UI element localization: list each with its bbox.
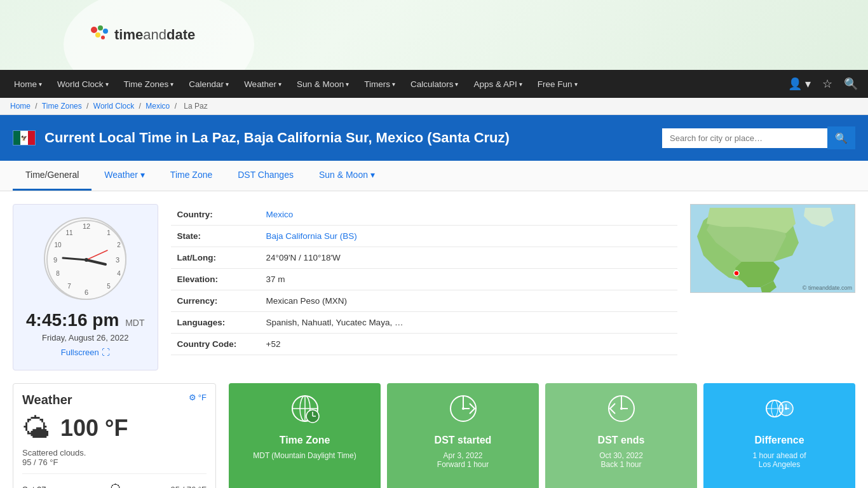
weather-title: Weather: [22, 393, 72, 407]
table-row: Currency: Mexican Peso (MXN): [171, 290, 677, 312]
logo-icon: [89, 25, 109, 46]
card-dst-ends[interactable]: DST ends Oct 30, 2022Back 1 hour: [545, 383, 697, 488]
main-nav: Home ▾ World Clock ▾ Time Zones ▾ Calend…: [0, 70, 868, 98]
svg-point-3: [95, 32, 100, 37]
card-dst-started[interactable]: DST started Apr 3, 2022Forward 1 hour: [387, 383, 539, 488]
svg-point-1: [98, 25, 103, 30]
card-dst-ends-title: DST ends: [598, 435, 645, 446]
search-button[interactable]: 🔍: [827, 126, 855, 149]
breadcrumb-home[interactable]: Home: [10, 102, 31, 111]
logo[interactable]: timeanddate: [89, 25, 195, 46]
logo-text: timeanddate: [114, 27, 195, 43]
weather-forecast: Sat 27. 🌤 95 / 76 °F Sun 28. 🌤 93 / 74 °…: [22, 473, 207, 488]
tab-sun-moon[interactable]: Sun & Moon ▾: [306, 161, 388, 191]
svg-text:8: 8: [56, 270, 60, 277]
dst-ends-icon: [606, 393, 637, 430]
svg-text:9: 9: [53, 256, 57, 264]
map-panel: © timeanddate.com: [690, 204, 855, 370]
clock-svg: 12 3 6 9 1 2 4 5 7 8 10 11: [45, 219, 128, 301]
nav-calculators[interactable]: Calculators ▾: [403, 70, 466, 98]
card-dst-started-title: DST started: [435, 435, 492, 446]
card-timezone-subtitle: MDT (Mountain Daylight Time): [253, 451, 356, 460]
breadcrumb-time-zones[interactable]: Time Zones: [42, 102, 82, 111]
svg-text:3: 3: [116, 256, 119, 264]
mexico-flag: 🦅: [13, 130, 36, 146]
svg-text:4: 4: [117, 270, 121, 277]
card-dst-ends-subtitle: Oct 30, 2022Back 1 hour: [599, 451, 643, 469]
weather-icon-container: 🌤: [22, 412, 50, 444]
svg-text:12: 12: [83, 222, 90, 230]
nav-sun-moon[interactable]: Sun & Moon ▾: [289, 70, 356, 98]
account-icon[interactable]: 👤 ▾: [784, 73, 815, 95]
nav-time-zones[interactable]: Time Zones ▾: [116, 70, 182, 98]
card-timezone-title: Time Zone: [280, 435, 330, 446]
search-box: 🔍: [662, 126, 855, 149]
nav-calendar[interactable]: Calendar ▾: [181, 70, 236, 98]
gear-icon: ⚙: [189, 393, 196, 402]
tab-time-zone[interactable]: Time Zone: [158, 161, 225, 191]
weather-temperature: 100 °F: [60, 415, 128, 442]
main-content: 12 3 6 9 1 2 4 5 7 8 10 11: [0, 191, 868, 383]
location-info-table: Country: Mexico State: Baja California S…: [171, 204, 677, 355]
breadcrumb-world-clock[interactable]: World Clock: [93, 102, 134, 111]
card-dst-started-subtitle: Apr 3, 2022Forward 1 hour: [437, 451, 489, 469]
forecast-day: Sat 27.: [22, 485, 60, 488]
card-difference-subtitle: 1 hour ahead ofLos Angeles: [752, 451, 806, 469]
table-row: Lat/Long: 24°09'N / 110°18'W: [171, 247, 677, 269]
svg-point-41: [462, 407, 465, 410]
svg-text:5: 5: [107, 283, 111, 290]
nav-home[interactable]: Home ▾: [6, 70, 50, 98]
dst-started-icon: [448, 393, 478, 430]
weather-current: 🌤 100 °F: [22, 412, 207, 444]
weather-temp-desc: 100 °F: [60, 415, 128, 442]
state-link[interactable]: Baja California Sur (BS): [266, 231, 357, 241]
search-icon[interactable]: 🔍: [840, 73, 862, 95]
svg-point-21: [85, 258, 88, 262]
tab-weather[interactable]: Weather ▾: [92, 161, 158, 191]
card-timezone[interactable]: Time Zone MDT (Mountain Daylight Time): [229, 383, 381, 488]
tab-time-general[interactable]: Time/General: [13, 161, 92, 191]
table-row: Country Code: +52: [171, 334, 677, 355]
weather-header: Weather ⚙ °F: [22, 393, 207, 407]
table-row: Languages: Spanish, Nahuatl, Yucatec May…: [171, 312, 677, 334]
breadcrumb-mexico[interactable]: Mexico: [146, 102, 170, 111]
date-display: Friday, August 26, 2022: [42, 333, 128, 342]
nav-weather[interactable]: Weather ▾: [236, 70, 289, 98]
difference-icon: [764, 393, 795, 430]
svg-text:11: 11: [66, 229, 74, 236]
page-header: 🦅 Current Local Time in La Paz, Baja Cal…: [0, 115, 868, 161]
svg-text:10: 10: [55, 241, 62, 248]
map-svg: [691, 205, 855, 293]
card-difference[interactable]: Difference 1 hour ahead ofLos Angeles: [703, 383, 855, 488]
svg-point-53: [785, 407, 787, 410]
tab-dst-changes[interactable]: DST Changes: [225, 161, 306, 191]
map-watermark: © timeanddate.com: [803, 285, 852, 291]
forecast-row: Sat 27. 🌤 95 / 76 °F: [22, 479, 207, 488]
svg-text:2: 2: [117, 241, 121, 248]
svg-point-26: [734, 271, 739, 276]
search-input[interactable]: [662, 128, 827, 148]
nav-timers[interactable]: Timers ▾: [356, 70, 403, 98]
weather-range: 95 / 76 °F: [22, 458, 207, 467]
svg-point-2: [103, 29, 108, 34]
time-display: 4:45:16 pm MDT: [26, 310, 145, 330]
forecast-range: 95 / 76 °F: [170, 485, 207, 488]
nav-apps-api[interactable]: Apps & API ▾: [466, 70, 529, 98]
svg-text:6: 6: [85, 288, 88, 296]
table-row: Elevation: 37 m: [171, 269, 677, 290]
svg-point-0: [91, 27, 97, 33]
nav-icons: 👤 ▾ ☆ 🔍: [784, 73, 862, 95]
map-image: © timeanddate.com: [690, 204, 855, 293]
bottom-section: Weather ⚙ °F 🌤 100 °F Scattered clouds. …: [0, 383, 868, 488]
breadcrumb: Home / Time Zones / World Clock / Mexico…: [0, 98, 868, 115]
nav-world-clock[interactable]: World Clock ▾: [50, 70, 116, 98]
svg-text:1: 1: [107, 229, 111, 236]
weather-description: Scattered clouds.: [22, 448, 207, 458]
fullscreen-link[interactable]: Fullscreen ⛶: [61, 348, 110, 357]
nav-free-fun[interactable]: Free Fun ▾: [530, 70, 585, 98]
info-table: Country: Mexico State: Baja California S…: [171, 204, 677, 370]
card-difference-title: Difference: [754, 435, 804, 446]
country-link[interactable]: Mexico: [266, 210, 294, 219]
share-icon[interactable]: ☆: [818, 73, 836, 95]
weather-unit-toggle[interactable]: ⚙ °F: [189, 393, 207, 402]
